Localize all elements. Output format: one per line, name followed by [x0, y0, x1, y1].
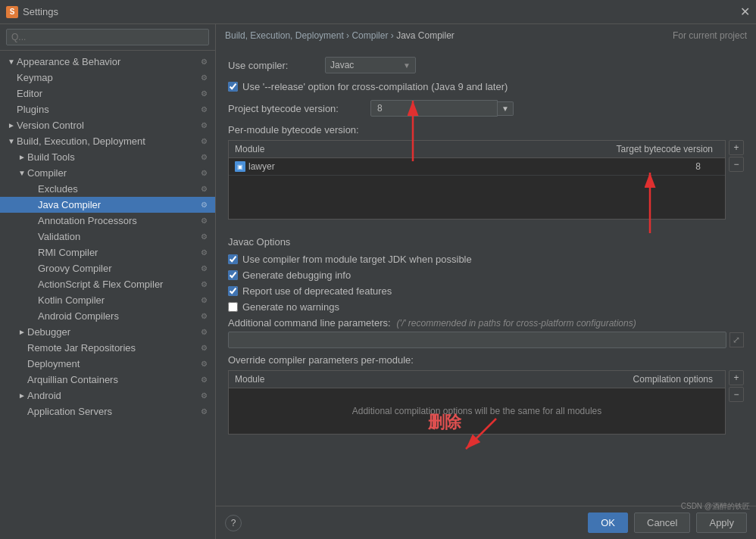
sidebar-item-arquillian[interactable]: Arquillian Containers⚙ — [0, 372, 215, 388]
sidebar-item-build-tools[interactable]: ►Build Tools⚙ — [0, 149, 215, 165]
search-input[interactable] — [6, 29, 209, 45]
sidebar-item-compiler[interactable]: ▼Compiler⚙ — [0, 165, 215, 181]
additional-params-section: Additional command line parameters: ('/'… — [228, 317, 744, 348]
add-override-btn[interactable]: + — [729, 370, 744, 385]
tree-label-debugger: Debugger — [27, 326, 198, 338]
content-area: ▼Appearance & Behavior⚙Keymap⚙Editor⚙Plu… — [0, 24, 756, 539]
sidebar-item-android[interactable]: ►Android⚙ — [0, 388, 215, 403]
tree-settings-icon-debugger: ⚙ — [198, 327, 209, 338]
sidebar-item-actionscript-flex[interactable]: ActionScript & Flex Compiler⚙ — [0, 276, 215, 292]
tree-label-annotation-processors: Annotation Processors — [38, 215, 198, 226]
breadcrumb-current: Java Compiler — [396, 30, 455, 41]
sidebar-item-version-control[interactable]: ►Version Control⚙ — [0, 117, 215, 133]
close-button[interactable]: ✕ — [740, 5, 750, 19]
tree-settings-icon-rmi-compiler: ⚙ — [198, 248, 209, 258]
tree-settings-icon-version-control: ⚙ — [198, 120, 209, 131]
tree-settings-icon-arquillian: ⚙ — [198, 375, 209, 385]
sidebar-item-build-execution-deployment[interactable]: ▼Build, Execution, Deployment⚙ — [0, 133, 215, 149]
tree-label-deployment: Deployment — [27, 358, 198, 369]
tree-arrow-appearance-behavior: ▼ — [6, 57, 17, 67]
table-row[interactable]: ▣lawyer8 — [229, 158, 725, 176]
tree-arrow-excludes — [27, 184, 38, 195]
tree-settings-icon-build-execution-deployment: ⚙ — [198, 136, 209, 147]
module-bytecode-val: 8 — [567, 161, 719, 172]
additional-params-hint: ('/' recommended in paths for cross-plat… — [397, 318, 636, 329]
override-table-section: Module Compilation options Additional co… — [228, 370, 744, 442]
sidebar-item-android-compilers[interactable]: Android Compilers⚙ — [0, 308, 215, 324]
sidebar-item-validation[interactable]: Validation⚙ — [0, 229, 215, 245]
tree-label-editor: Editor — [17, 88, 198, 99]
release-option-label: Use '--release' option for cross-compila… — [242, 81, 508, 92]
tree-label-java-compiler: Java Compiler — [38, 199, 198, 210]
sidebar-item-app-servers[interactable]: Application Servers⚙ — [0, 403, 215, 419]
dropdown-arrow-icon: ▼ — [403, 61, 411, 70]
sidebar-item-deployment[interactable]: Deployment⚙ — [0, 356, 215, 372]
release-option-row: Use '--release' option for cross-compila… — [228, 81, 744, 92]
tree-label-arquillian: Arquillian Containers — [27, 374, 198, 385]
remove-module-btn[interactable]: − — [729, 157, 744, 172]
option-label-use-compiler-module: Use compiler from module target JDK when… — [242, 254, 472, 265]
sidebar-item-debugger[interactable]: ►Debugger⚙ — [0, 324, 215, 340]
additional-params-label-row: Additional command line parameters: ('/'… — [228, 317, 744, 329]
tree-label-groovy-compiler: Groovy Compiler — [38, 263, 198, 274]
sidebar: ▼Appearance & Behavior⚙Keymap⚙Editor⚙Plu… — [0, 24, 216, 539]
tree-settings-icon-editor: ⚙ — [198, 89, 209, 99]
override-hint-text: Additional compilation options will be t… — [352, 406, 602, 416]
sidebar-item-java-compiler[interactable]: Java Compiler⚙ — [0, 197, 215, 213]
sidebar-item-groovy-compiler[interactable]: Groovy Compiler⚙ — [0, 260, 215, 276]
module-name: lawyer — [248, 161, 567, 172]
cancel-button[interactable]: Cancel — [634, 513, 690, 533]
tree-label-android-compilers: Android Compilers — [38, 310, 198, 322]
sidebar-item-keymap[interactable]: Keymap⚙ — [0, 70, 215, 86]
tree-arrow-build-tools: ► — [17, 152, 27, 163]
panel-content: Use compiler: Javac ▼ Use '--release' op… — [216, 48, 756, 506]
sidebar-item-appearance-behavior[interactable]: ▼Appearance & Behavior⚙ — [0, 54, 215, 70]
bytecode-version-dropdown-btn[interactable]: ▼ — [498, 101, 514, 116]
search-box — [0, 24, 215, 51]
module-table: Module Target bytecode version ▣lawyer8 — [228, 140, 726, 220]
tree-arrow-java-compiler — [27, 200, 38, 210]
sidebar-item-rmi-compiler[interactable]: RMI Compiler⚙ — [0, 245, 215, 260]
expand-input-btn[interactable]: ⤢ — [729, 332, 744, 347]
add-module-btn[interactable]: + — [729, 140, 744, 155]
override-label-row: Override compiler parameters per-module: — [228, 354, 744, 366]
tree-label-compiler: Compiler — [27, 167, 198, 179]
tree-arrow-arquillian — [17, 375, 27, 385]
remove-override-btn[interactable]: − — [729, 387, 744, 402]
module-icon: ▣ — [235, 161, 245, 172]
tree-arrow-build-execution-deployment: ▼ — [6, 136, 17, 147]
tree-label-appearance-behavior: Appearance & Behavior — [17, 56, 198, 67]
release-option-checkbox[interactable] — [228, 82, 238, 92]
tree-arrow-validation — [27, 232, 38, 242]
sidebar-item-plugins[interactable]: Plugins⚙ — [0, 101, 215, 117]
tree-settings-icon-compiler: ⚙ — [198, 168, 209, 179]
main-wrapper: Build, Execution, Deployment › Compiler … — [216, 24, 756, 539]
tree-arrow-android-compilers — [27, 311, 38, 322]
option-checkbox-generate-no-warnings[interactable] — [228, 302, 238, 312]
tree-settings-icon-actionscript-flex: ⚙ — [198, 279, 209, 290]
tree-arrow-app-servers — [17, 407, 27, 417]
title-bar-left: S Settings — [6, 6, 58, 18]
apply-button[interactable]: Apply — [696, 513, 747, 533]
sidebar-item-kotlin-compiler[interactable]: Kotlin Compiler⚙ — [0, 292, 215, 308]
tree-arrow-actionscript-flex — [27, 279, 38, 290]
tree-arrow-editor — [6, 89, 17, 99]
additional-params-input-row: ⤢ — [228, 332, 744, 348]
sidebar-item-remote-jar-repos[interactable]: Remote Jar Repositories⚙ — [0, 340, 215, 356]
help-button[interactable]: ? — [225, 515, 242, 531]
tree-arrow-deployment — [17, 359, 27, 369]
tree-arrow-android: ► — [17, 391, 27, 401]
compiler-dropdown[interactable]: Javac ▼ — [325, 57, 416, 73]
option-checkbox-generate-debug[interactable] — [228, 270, 238, 280]
option-checkbox-use-compiler-module[interactable] — [228, 254, 238, 264]
option-checkbox-report-deprecated[interactable] — [228, 286, 238, 296]
additional-params-input[interactable] — [228, 332, 726, 348]
bottom-bar: ? OK Cancel Apply — [216, 506, 756, 539]
sidebar-item-annotation-processors[interactable]: Annotation Processors⚙ — [0, 213, 215, 229]
sidebar-item-editor[interactable]: Editor⚙ — [0, 86, 215, 101]
sidebar-item-excludes[interactable]: Excludes⚙ — [0, 181, 215, 197]
tree-settings-icon-build-tools: ⚙ — [198, 152, 209, 163]
ok-button[interactable]: OK — [588, 513, 628, 533]
per-module-label-row: Per-module bytecode version: — [228, 124, 744, 136]
bytecode-version-field[interactable] — [370, 100, 498, 117]
